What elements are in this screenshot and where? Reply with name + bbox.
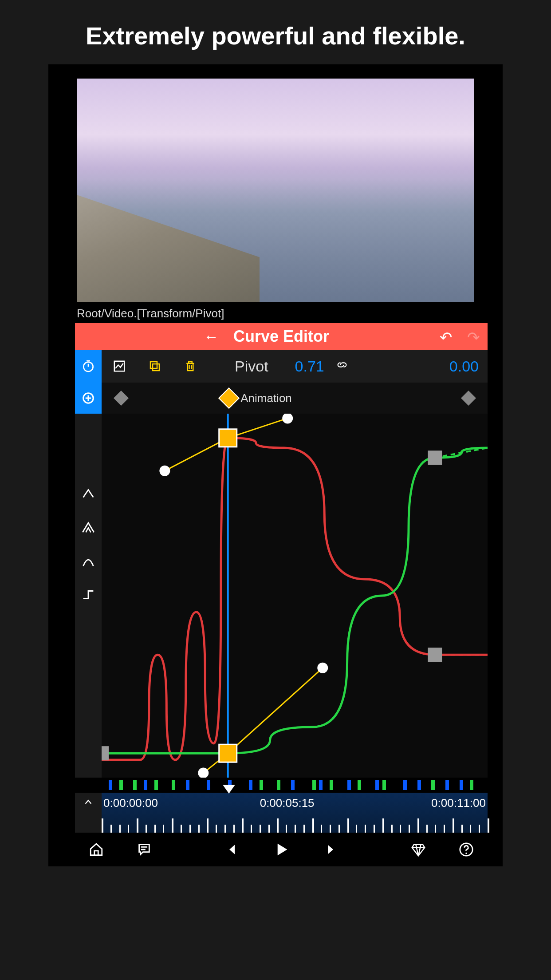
- add-keyframe-button[interactable]: [75, 383, 102, 414]
- home-button[interactable]: [83, 836, 110, 863]
- ruler-body[interactable]: 0:00:00:00 0:00:05:15 0:00:11:00: [102, 793, 488, 833]
- timecode-start: 0:00:00:00: [103, 796, 158, 810]
- svg-rect-5: [150, 362, 157, 368]
- svg-rect-22: [102, 746, 109, 760]
- step-forward-icon: [321, 842, 337, 858]
- help-button[interactable]: [453, 836, 480, 863]
- svg-rect-4: [153, 364, 159, 371]
- curve-graph: [75, 414, 488, 778]
- caret-up-icon: [81, 486, 96, 501]
- diamond-icon: [411, 842, 426, 857]
- timer-mode-button[interactable]: [75, 350, 102, 383]
- step-forward-button[interactable]: [316, 836, 342, 863]
- svg-point-0: [83, 362, 93, 371]
- device-frame: Root/Video.[Transform/Pivot] ← Curve Edi…: [48, 64, 503, 866]
- transport-bar: [75, 833, 488, 866]
- graph-icon: [113, 360, 126, 373]
- panel-title: Curve Editor: [233, 327, 329, 346]
- property-label: Pivot: [235, 358, 268, 375]
- peak-icon: [81, 520, 96, 535]
- svg-line-18: [228, 668, 323, 753]
- help-icon: [459, 842, 474, 857]
- marker-strip[interactable]: [102, 778, 488, 793]
- copy-icon: [148, 360, 161, 373]
- play-button[interactable]: [268, 836, 295, 863]
- stopwatch-icon: [81, 359, 95, 373]
- collapse-toggle[interactable]: [75, 793, 102, 833]
- svg-rect-26: [428, 648, 442, 662]
- svg-point-19: [317, 663, 328, 673]
- keyframe-marker[interactable]: [114, 391, 129, 406]
- ease-step-button[interactable]: [79, 586, 97, 604]
- breadcrumb: Root/Video.[Transform/Pivot]: [48, 302, 503, 323]
- keyframe-marker[interactable]: [461, 391, 476, 406]
- property-value-x[interactable]: 0.71: [295, 358, 324, 375]
- step-back-button[interactable]: [220, 836, 247, 863]
- home-icon: [89, 842, 104, 857]
- svg-rect-24: [219, 744, 237, 762]
- back-arrow-icon[interactable]: ←: [204, 328, 219, 345]
- copy-button[interactable]: [137, 350, 173, 383]
- play-icon: [272, 841, 290, 858]
- plus-circle-icon: [82, 391, 95, 405]
- svg-rect-25: [428, 450, 442, 465]
- timecode-end: 0:00:11:00: [431, 796, 486, 810]
- curve-canvas[interactable]: [102, 414, 488, 778]
- ease-linear-button[interactable]: [79, 485, 97, 502]
- titlebar: ← Curve Editor ↶ ↷: [75, 323, 488, 350]
- comments-button[interactable]: [131, 836, 157, 863]
- undo-icon[interactable]: ↶: [440, 328, 452, 346]
- step-icon: [81, 587, 96, 602]
- svg-point-13: [159, 466, 170, 476]
- link-icon[interactable]: [336, 359, 348, 374]
- svg-rect-23: [219, 429, 237, 447]
- keyframe-marker[interactable]: [218, 387, 240, 409]
- timecode-mid: 0:00:05:15: [260, 796, 315, 810]
- promo-headline: Extremely powerful and flexible.: [0, 0, 551, 64]
- video-preview[interactable]: [77, 79, 474, 302]
- chat-icon: [137, 842, 152, 857]
- premium-button[interactable]: [405, 836, 432, 863]
- keyframe-strip: Animation: [75, 383, 488, 414]
- easing-buttons: [75, 414, 102, 778]
- step-back-icon: [225, 842, 241, 858]
- curve-editor-panel: ← Curve Editor ↶ ↷: [75, 323, 488, 833]
- ease-peak-button[interactable]: [79, 518, 97, 536]
- playhead-indicator[interactable]: [223, 785, 235, 794]
- svg-point-15: [282, 414, 293, 423]
- svg-line-20: [435, 448, 488, 458]
- arch-icon: [81, 553, 96, 569]
- chevron-up-icon: [83, 797, 93, 807]
- toolbar: Pivot 0.71 0.00: [75, 350, 488, 383]
- property-value-y[interactable]: 0.00: [449, 358, 479, 375]
- time-ruler: 0:00:00:00 0:00:05:15 0:00:11:00: [75, 793, 488, 833]
- graph-view-button[interactable]: [102, 350, 137, 383]
- trash-icon: [184, 360, 197, 373]
- svg-point-28: [465, 853, 467, 854]
- keyframe-label: Animation: [240, 391, 292, 405]
- keyframe-track[interactable]: Animation: [102, 383, 488, 414]
- ease-smooth-button[interactable]: [79, 552, 97, 570]
- delete-button[interactable]: [173, 350, 208, 383]
- redo-icon[interactable]: ↷: [467, 328, 480, 346]
